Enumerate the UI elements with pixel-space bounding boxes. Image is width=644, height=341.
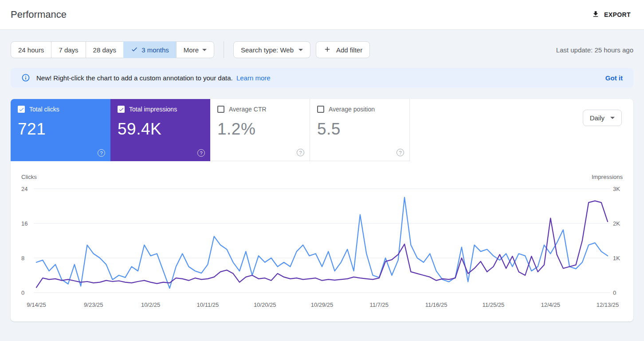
svg-text:9/23/25: 9/23/25 <box>84 301 103 308</box>
svg-text:10/20/25: 10/20/25 <box>254 301 276 308</box>
last-update-text: Last update: 25 hours ago <box>556 46 633 54</box>
svg-text:1K: 1K <box>613 255 620 262</box>
plus-icon <box>323 45 331 55</box>
metric-value: 1.2% <box>217 120 302 139</box>
granularity-dropdown[interactable]: Daily <box>583 110 622 126</box>
check-icon <box>131 46 138 54</box>
page-header: Performance EXPORT <box>0 0 644 30</box>
range-24-hours-chip[interactable]: 24 hours <box>11 41 51 58</box>
svg-text:11/7/25: 11/7/25 <box>370 301 389 308</box>
performance-card: Total clicks 721 Total impressions 59.4K… <box>11 99 633 321</box>
help-icon[interactable] <box>397 149 404 156</box>
granularity-label: Daily <box>590 114 605 122</box>
chevron-down-icon <box>298 49 303 51</box>
chip-label: 3 months <box>141 46 169 54</box>
divider <box>224 41 224 58</box>
metric-label: Total clicks <box>29 106 59 113</box>
download-icon <box>592 10 600 20</box>
filter-bar: 24 hours 7 days 28 days 3 months More Se… <box>11 41 633 58</box>
metric-tiles: Total clicks 721 Total impressions 59.4K… <box>11 99 633 161</box>
help-icon[interactable] <box>297 149 304 156</box>
chevron-down-icon <box>202 49 207 51</box>
add-filter-label: Add filter <box>336 46 362 54</box>
got-it-button[interactable]: Got it <box>605 74 623 82</box>
banner-text: New! Right-click the chart to add a cust… <box>36 74 271 82</box>
chevron-down-icon <box>610 117 615 119</box>
range-7-days-chip[interactable]: 7 days <box>51 41 86 58</box>
checkbox-checked-icon[interactable] <box>18 106 25 113</box>
svg-text:Clicks: Clicks <box>21 174 37 180</box>
checkbox-unchecked-icon[interactable] <box>317 106 324 113</box>
chip-label: 24 hours <box>18 46 44 54</box>
svg-text:12/13/25: 12/13/25 <box>597 301 619 308</box>
range-3-months-chip[interactable]: 3 months <box>123 41 177 58</box>
svg-text:12/4/25: 12/4/25 <box>541 301 560 308</box>
help-icon[interactable] <box>98 149 105 157</box>
svg-text:0: 0 <box>21 289 24 296</box>
metric-label: Average position <box>329 106 375 113</box>
add-filter-button[interactable]: Add filter <box>316 41 370 58</box>
export-label: EXPORT <box>604 11 631 18</box>
chart-area: 0081K162K243KClicksImpressions9/14/259/2… <box>20 174 624 312</box>
total-clicks-tile[interactable]: Total clicks 721 <box>11 99 110 161</box>
svg-text:0: 0 <box>613 289 616 296</box>
svg-text:9/14/25: 9/14/25 <box>27 301 46 308</box>
annotation-banner: New! Right-click the chart to add a cust… <box>11 68 633 87</box>
svg-text:10/11/25: 10/11/25 <box>197 301 219 308</box>
range-28-days-chip[interactable]: 28 days <box>86 41 124 58</box>
learn-more-link[interactable]: Learn more <box>236 74 271 82</box>
info-icon <box>21 73 30 82</box>
checkbox-checked-icon[interactable] <box>118 106 125 113</box>
average-position-tile[interactable]: Average position 5.5 <box>310 99 410 161</box>
svg-text:Impressions: Impressions <box>592 174 623 180</box>
svg-text:24: 24 <box>21 186 27 192</box>
svg-text:16: 16 <box>21 220 27 227</box>
svg-text:2K: 2K <box>613 220 620 227</box>
performance-chart[interactable]: 0081K162K243KClicksImpressions9/14/259/2… <box>20 174 624 312</box>
svg-text:8: 8 <box>21 255 24 262</box>
svg-text:10/2/25: 10/2/25 <box>141 301 160 308</box>
chip-label: 7 days <box>59 46 78 54</box>
series-line-impressions <box>36 201 608 287</box>
page-title: Performance <box>11 9 67 20</box>
svg-text:3K: 3K <box>613 186 620 192</box>
series-line-clicks <box>36 198 608 289</box>
metric-value: 5.5 <box>317 120 402 139</box>
svg-text:10/29/25: 10/29/25 <box>311 301 334 308</box>
search-type-label: Search type: Web <box>241 46 294 54</box>
search-type-dropdown[interactable]: Search type: Web <box>233 41 310 58</box>
checkbox-unchecked-icon[interactable] <box>217 106 224 113</box>
chip-label: More <box>184 46 199 54</box>
metric-label: Total impressions <box>129 106 177 113</box>
metric-value: 721 <box>18 120 103 139</box>
metric-value: 59.4K <box>118 120 203 139</box>
help-icon[interactable] <box>197 149 205 157</box>
svg-text:11/16/25: 11/16/25 <box>425 301 448 308</box>
total-impressions-tile[interactable]: Total impressions 59.4K <box>110 99 210 161</box>
svg-text:11/25/25: 11/25/25 <box>483 301 505 308</box>
chip-label: 28 days <box>93 46 117 54</box>
date-range-selector: 24 hours 7 days 28 days 3 months More <box>11 41 214 58</box>
range-more-chip[interactable]: More <box>176 41 214 58</box>
metric-label: Average CTR <box>229 106 267 113</box>
average-ctr-tile[interactable]: Average CTR 1.2% <box>210 99 310 161</box>
export-button[interactable]: EXPORT <box>592 10 631 20</box>
